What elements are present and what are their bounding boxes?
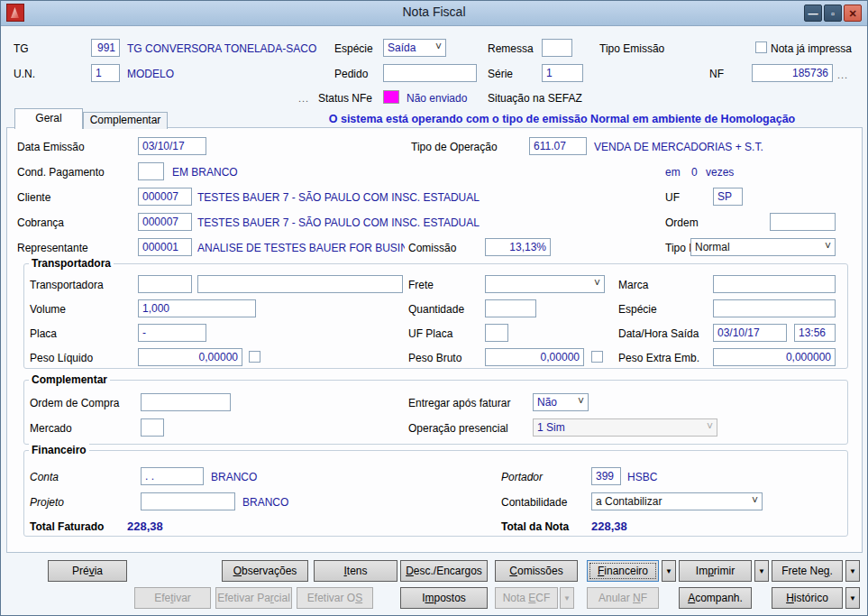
button-label: m (425, 592, 434, 604)
nf-browse-button[interactable]: ... (837, 69, 848, 80)
imprimir-button[interactable]: Imprimir (679, 560, 752, 582)
serie-field[interactable]: 1 (542, 64, 583, 82)
pedido-label: Pedido (334, 68, 368, 80)
portador-field[interactable]: 399 (591, 467, 621, 485)
uf-field[interactable]: SP (713, 188, 743, 206)
button-label: D (406, 565, 414, 577)
contabilidade-select[interactable]: a Contabilizar˅ (591, 492, 763, 510)
uf-label: UF (665, 191, 680, 204)
cond-pagamento-field[interactable] (138, 162, 164, 180)
chevron-down-icon: ˅ (594, 277, 600, 290)
nf-field[interactable]: 185736 (752, 64, 833, 82)
tipo-operacao-field[interactable]: 611.07 (529, 137, 587, 155)
especie-value: Saída (388, 41, 416, 54)
especie-select[interactable]: Saída˅ (383, 39, 446, 57)
previa-button[interactable]: Prévia (48, 560, 127, 582)
tab-geral[interactable]: Geral (14, 108, 83, 129)
button-label: Pré (72, 565, 89, 577)
status-browse-button[interactable]: ... (298, 93, 309, 104)
efetivar-os-button: Efetivar OS (297, 587, 373, 609)
uf-placa-label: UF Placa (408, 327, 452, 340)
desc-encargos-button[interactable]: Desc./Encargos (400, 560, 488, 582)
placa-field[interactable]: - (138, 324, 206, 342)
nota-ja-impressa-checkbox[interactable] (755, 41, 767, 53)
transportadora-name-field[interactable] (197, 275, 403, 293)
cobranca-field[interactable]: 000007 (138, 213, 192, 231)
entregar-apos-faturar-select[interactable]: Não˅ (533, 393, 589, 411)
button-label: S (355, 592, 362, 604)
volume-field[interactable]: 1,000 (138, 299, 256, 317)
button-label: bservações (242, 565, 297, 577)
conta-description: BRANCO (211, 471, 257, 483)
peso-extra-field[interactable]: 0,000000 (713, 348, 836, 366)
un-field[interactable]: 1 (91, 64, 120, 82)
chevron-down-icon: ˅ (578, 395, 584, 408)
button-label: tens (347, 565, 368, 577)
data-hora-saida-label: Data/Hora Saída (618, 327, 699, 340)
comissao-field[interactable]: 13,13% (485, 238, 551, 256)
nota-ecf-dropdown-button: ▼ (560, 587, 574, 609)
conta-label: Conta (30, 471, 59, 483)
historico-dropdown-button[interactable]: ▼ (845, 587, 860, 609)
button-label: Efetivar O (307, 592, 355, 604)
portador-label: Portador (501, 471, 543, 483)
operacao-presencial-select: 1 Sim˅ (533, 418, 717, 437)
ordem-field[interactable] (770, 213, 836, 231)
peso-liquido-field[interactable]: 0,00000 (138, 348, 242, 366)
observacoes-button[interactable]: Observações (222, 560, 308, 582)
close-button[interactable]: ✕ (844, 5, 862, 22)
data-emissao-field[interactable]: 03/10/17 (138, 137, 206, 155)
transportadora-label: Transportadora (30, 279, 104, 291)
peso-liquido-checkbox[interactable] (249, 351, 260, 363)
quantidade-field[interactable] (485, 299, 536, 317)
maximize-button[interactable]: ▫ (824, 5, 842, 22)
financeiro-button[interactable]: Financeiro (587, 560, 659, 582)
status-nfe-value: Não enviado (407, 92, 467, 105)
cliente-field[interactable]: 000007 (138, 188, 192, 206)
vezes-label: vezes (706, 166, 734, 179)
peso-bruto-checkbox[interactable] (591, 351, 603, 363)
comissoes-button[interactable]: Comissões (495, 560, 578, 582)
button-label: rimir (714, 565, 735, 577)
projeto-field[interactable] (141, 492, 235, 510)
situacao-sefaz-label: Situação na SEFAZ (488, 92, 582, 105)
complementar-group-title: Complementar (29, 373, 110, 386)
historico-button[interactable]: Histórico (772, 587, 843, 609)
conta-field[interactable]: . . (141, 467, 204, 485)
button-label: companh. (695, 592, 743, 604)
impostos-button[interactable]: Impostos (400, 587, 488, 609)
minimize-button[interactable]: — (804, 5, 822, 22)
data-saida-field[interactable]: 03/10/17 (713, 324, 787, 342)
button-label: p (708, 565, 714, 577)
uf-placa-field[interactable] (485, 324, 508, 342)
ordem-compra-field[interactable] (141, 393, 231, 411)
itens-button[interactable]: Itens (314, 560, 397, 582)
imprimir-dropdown-button[interactable]: ▼ (754, 560, 769, 582)
representante-field[interactable]: 000001 (138, 238, 192, 256)
transportadora-code-field[interactable] (138, 275, 192, 293)
un-description: MODELO (127, 68, 174, 80)
tg-label: TG (14, 42, 29, 55)
entregar-value: Não (537, 396, 557, 409)
frete-neg-dropdown-button[interactable]: ▼ (845, 560, 860, 582)
tg-field[interactable]: 991 (91, 39, 120, 57)
tab-complementar[interactable]: Complementar (83, 112, 168, 129)
chevron-down-icon: ▼ (758, 567, 765, 575)
tipo-nota-select[interactable]: Normal˅ (690, 238, 836, 256)
marca-field[interactable] (713, 275, 836, 293)
frete-neg-button[interactable]: Frete Neg. (772, 560, 843, 582)
hora-saida-field[interactable]: 13:56 (794, 324, 836, 342)
peso-bruto-field[interactable]: 0,00000 (485, 348, 584, 366)
especie-emb-field[interactable] (713, 299, 836, 317)
tipo-operacao-label: Tipo de Operação (411, 141, 498, 153)
cond-pagamento-description: EM BRANCO (172, 166, 238, 179)
financeiro-dropdown-button[interactable]: ▼ (662, 560, 676, 582)
frete-select[interactable]: ˅ (485, 275, 605, 293)
mercado-field[interactable] (141, 418, 164, 437)
acompanh-button[interactable]: Acompanh. (679, 587, 752, 609)
em-label: em (665, 166, 681, 179)
remessa-field[interactable] (542, 39, 572, 57)
nota-fiscal-window: Nota Fiscal — ▫ ✕ TG 991 TG CONVERSORA T… (0, 0, 868, 616)
total-faturado-label: Total Faturado (30, 520, 104, 533)
pedido-field[interactable] (383, 64, 477, 82)
